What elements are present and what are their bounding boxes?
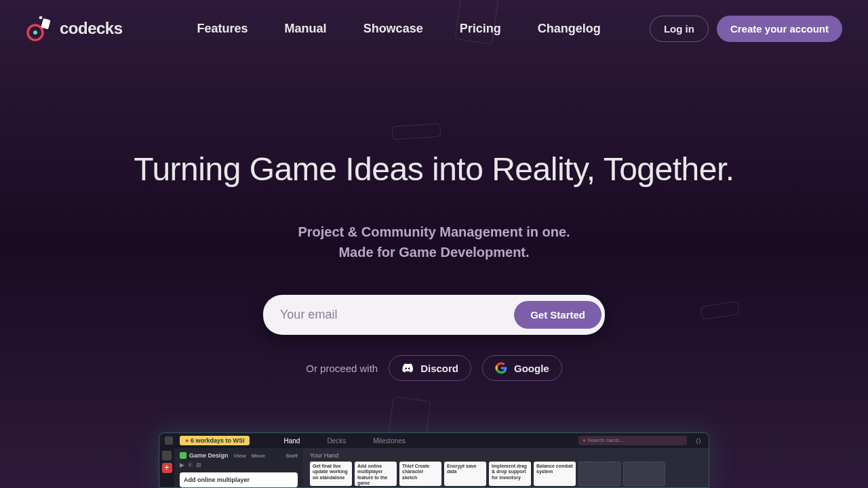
preview-workdays-badge: ● 6 workdays to WSI (180, 436, 250, 445)
preview-add-icon: + (162, 463, 172, 473)
nav-features[interactable]: Features (197, 22, 248, 36)
email-input[interactable] (267, 298, 514, 331)
svg-point-1 (33, 30, 37, 35)
hero-subtitle: Project & Community Management in one. M… (0, 222, 868, 262)
preview-menu-icon (165, 436, 173, 445)
discord-button[interactable]: Discord (389, 355, 471, 381)
logo[interactable]: codecks (26, 15, 123, 42)
preview-card-empty (623, 462, 665, 486)
preview-tab-hand: Hand (283, 437, 300, 445)
preview-home-icon (162, 451, 172, 460)
proceed-label: Or proceed with (306, 363, 378, 374)
login-button[interactable]: Log in (650, 16, 709, 42)
preview-card: Encrypt save data (444, 462, 486, 486)
google-icon (495, 362, 507, 374)
preview-card: Get final live update working on standal… (310, 462, 352, 486)
preview-card: Thief Create character sketch (399, 462, 441, 486)
preview-card: Balance combat system (534, 462, 576, 486)
nav-manual[interactable]: Manual (285, 22, 327, 36)
preview-section-name: Game Design (189, 452, 229, 459)
preview-tab-milestones: Milestones (373, 437, 406, 445)
preview-hand-label: Your Hand (310, 452, 702, 459)
preview-card: Add online multiplayer feature to the ga… (355, 462, 397, 486)
preview-card: Implement drag & drop support for invent… (489, 462, 531, 486)
logo-icon (26, 15, 53, 42)
google-button[interactable]: Google (482, 355, 562, 381)
discord-icon (401, 362, 414, 374)
get-started-button[interactable]: Get Started (514, 301, 601, 329)
hero-title: Turning Game Ideas into Reality, Togethe… (0, 150, 868, 188)
preview-edit-card: Add online multiplayer (184, 476, 294, 483)
svg-rect-2 (41, 18, 50, 29)
preview-card-empty (578, 462, 620, 486)
nav-changelog[interactable]: Changelog (538, 22, 601, 36)
preview-tab-decks: Decks (327, 437, 346, 445)
app-preview: ● 6 workdays to WSI Hand Decks Milestone… (159, 432, 709, 488)
nav-showcase[interactable]: Showcase (363, 22, 423, 36)
signup-form: Get Started (263, 295, 605, 335)
preview-search: ● Search cards... (578, 436, 687, 445)
create-account-button[interactable]: Create your account (717, 16, 842, 42)
brand-text: codecks (60, 19, 123, 38)
svg-rect-3 (39, 16, 42, 19)
